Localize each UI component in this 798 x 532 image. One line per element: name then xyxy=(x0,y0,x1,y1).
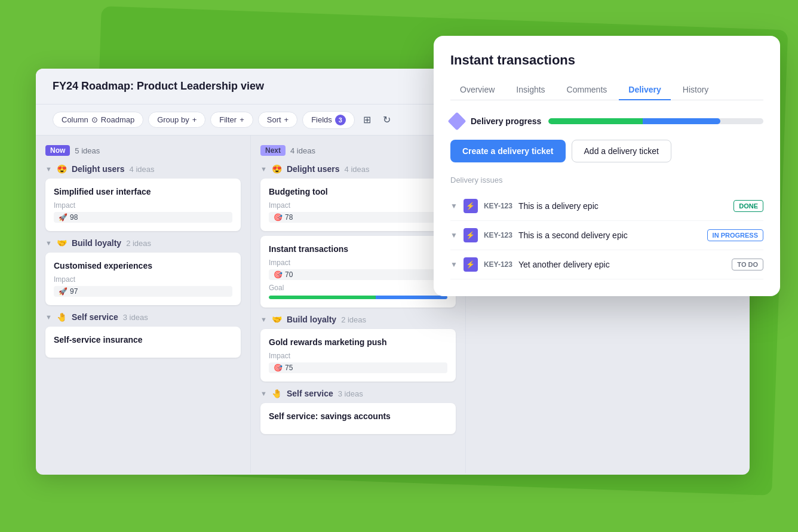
group-by-button[interactable]: Group by + xyxy=(148,112,205,128)
grid-icon[interactable]: ⊞ xyxy=(360,110,375,129)
card-meta-instant: Impact xyxy=(269,259,447,267)
fields-count-badge: 3 xyxy=(335,115,346,125)
card-meta-customised: Impact xyxy=(54,275,232,284)
impact-label-simplified: Impact xyxy=(54,201,75,210)
issue-title-2: This is a second delivery epic xyxy=(518,230,701,240)
status-badge-todo: TO DO xyxy=(732,259,763,270)
tab-delivery[interactable]: Delivery xyxy=(619,80,670,100)
delivery-progress-row: Delivery progress xyxy=(450,115,763,128)
impact-value-instant: 70 xyxy=(285,270,293,279)
target-icon-2: 🎯 xyxy=(274,270,283,279)
group-name-delight-now: Delight users xyxy=(72,164,125,174)
impact-value-budgeting: 78 xyxy=(285,213,293,222)
modal-tabs: Overview Insights Comments Delivery Hist… xyxy=(450,80,763,100)
group-name-loyalty-next: Build loyalty xyxy=(287,315,336,324)
delivery-issues-label: Delivery issues xyxy=(450,176,763,184)
clock-icon: ⊙ xyxy=(91,115,98,124)
sort-label: Sort xyxy=(267,115,281,124)
delivery-issue-row-3: ▼ ⚡ KEY-123 Yet another delivery epic TO… xyxy=(450,250,763,279)
fields-button[interactable]: Fields 3 xyxy=(302,111,355,129)
goal-meta-instant: Goal xyxy=(269,284,447,292)
card-title-instant: Instant transactions xyxy=(269,244,447,254)
epic-icon-2: ⚡ xyxy=(464,228,478,242)
epic-icon-1: ⚡ xyxy=(464,199,478,213)
group-count-loyalty-next: 2 ideas xyxy=(341,315,366,324)
group-header-delight-now: ▼ 😍 Delight users 4 ideas xyxy=(45,164,241,174)
issue-key-1: KEY-123 xyxy=(484,202,512,210)
diamond-icon xyxy=(447,112,466,130)
card-title-customised: Customised experiences xyxy=(54,261,232,270)
tab-overview[interactable]: Overview xyxy=(450,80,504,100)
tab-comments[interactable]: Comments xyxy=(557,80,617,100)
group-name-selfservice-next: Self service xyxy=(287,389,333,398)
card-selfservice-insurance[interactable]: Self-service insurance xyxy=(45,327,241,358)
impact-label-customised: Impact xyxy=(54,275,75,284)
group-emoji-delight-now: 😍 xyxy=(57,164,67,174)
card-title-budgeting: Budgeting tool xyxy=(269,187,447,196)
chevron-down-icon-6: ▼ xyxy=(260,390,267,397)
issue-chevron-3[interactable]: ▼ xyxy=(450,260,458,269)
filter-label: Filter xyxy=(219,115,237,124)
impact-badge-simplified: 🚀 98 xyxy=(54,212,232,223)
target-icon-3: 🎯 xyxy=(274,364,283,372)
card-meta-gold: Impact xyxy=(269,352,447,360)
column-header-next: Next 4 ideas xyxy=(260,145,456,156)
tab-history[interactable]: History xyxy=(673,80,719,100)
impact-value-customised: 97 xyxy=(70,287,78,296)
chevron-down-icon-5: ▼ xyxy=(260,316,267,323)
modal-title: Instant transactions xyxy=(450,53,763,68)
tab-insights[interactable]: Insights xyxy=(507,80,554,100)
issue-title-1: This is a delivery epic xyxy=(518,201,728,211)
card-simplified-ui[interactable]: Simplified user interface Impact 🚀 98 xyxy=(45,179,241,231)
card-title-simplified: Simplified user interface xyxy=(54,187,232,196)
card-instant-transactions[interactable]: Instant transactions Impact 🎯 70 Goal xyxy=(260,236,456,307)
impact-value-gold: 75 xyxy=(285,364,293,372)
group-name-delight-next: Delight users xyxy=(287,164,340,174)
delivery-issue-row-2: ▼ ⚡ KEY-123 This is a second delivery ep… xyxy=(450,221,763,250)
card-gold-rewards[interactable]: Gold rewards marketing push Impact 🎯 75 xyxy=(260,329,456,382)
column-tag-next: Next xyxy=(260,145,286,156)
impact-badge-budgeting: 🎯 78 xyxy=(269,212,447,223)
group-count-selfservice-next: 3 ideas xyxy=(338,389,363,398)
fields-label: Fields xyxy=(311,115,332,124)
card-meta-budgeting: Impact xyxy=(269,201,447,210)
card-title-savings: Self service: savings accounts xyxy=(269,411,447,421)
column-tag-now: Now xyxy=(45,145,70,156)
group-count-delight-now: 4 ideas xyxy=(130,165,155,174)
app-title: FY24 Roadmap: Product Leadership view xyxy=(53,80,264,93)
goal-bar-instant xyxy=(269,296,447,299)
group-emoji-selfservice-now: 🤚 xyxy=(57,312,67,322)
delivery-issue-row-1: ▼ ⚡ KEY-123 This is a delivery epic DONE xyxy=(450,192,763,221)
plus-icon-3: + xyxy=(284,115,289,124)
add-delivery-ticket-button[interactable]: Add a delivery ticket xyxy=(572,140,671,162)
group-emoji-loyalty-next: 🤝 xyxy=(272,315,282,324)
sort-button[interactable]: Sort + xyxy=(258,112,297,128)
card-title-gold: Gold rewards marketing push xyxy=(269,337,447,347)
progress-bar-fill xyxy=(548,118,720,124)
issue-title-3: Yet another delivery epic xyxy=(518,260,726,269)
goal-fill-instant xyxy=(269,296,447,299)
group-header-loyalty-next: ▼ 🤝 Build loyalty 2 ideas xyxy=(260,315,456,324)
group-header-selfservice-next: ▼ 🤚 Self service 3 ideas xyxy=(260,389,456,398)
target-icon: 🎯 xyxy=(274,213,283,222)
card-self-service-savings[interactable]: Self service: savings accounts xyxy=(260,403,456,434)
column-label: Column xyxy=(62,115,88,124)
issue-key-3: KEY-123 xyxy=(484,260,512,269)
column-button[interactable]: Column ⊙ Roadmap xyxy=(53,112,143,128)
issue-chevron-1[interactable]: ▼ xyxy=(450,202,458,210)
progress-label: Delivery progress xyxy=(471,116,541,126)
chevron-down-icon-4: ▼ xyxy=(260,165,267,173)
card-customised[interactable]: Customised experiences Impact 🚀 97 xyxy=(45,253,241,305)
impact-label-budgeting: Impact xyxy=(269,201,290,210)
refresh-icon[interactable]: ↻ xyxy=(379,110,394,129)
create-delivery-ticket-button[interactable]: Create a delivery ticket xyxy=(450,140,566,162)
roadmap-label: Roadmap xyxy=(101,115,134,124)
filter-button[interactable]: Filter + xyxy=(210,112,253,128)
group-emoji-selfservice-next: 🤚 xyxy=(272,389,282,398)
chevron-down-icon: ▼ xyxy=(45,165,52,173)
card-meta-simplified: Impact xyxy=(54,201,232,210)
card-budgeting-tool[interactable]: Budgeting tool Impact 🎯 78 xyxy=(260,179,456,231)
status-badge-done: DONE xyxy=(733,200,763,212)
issue-chevron-2[interactable]: ▼ xyxy=(450,231,458,239)
chevron-down-icon-3: ▼ xyxy=(45,313,52,321)
